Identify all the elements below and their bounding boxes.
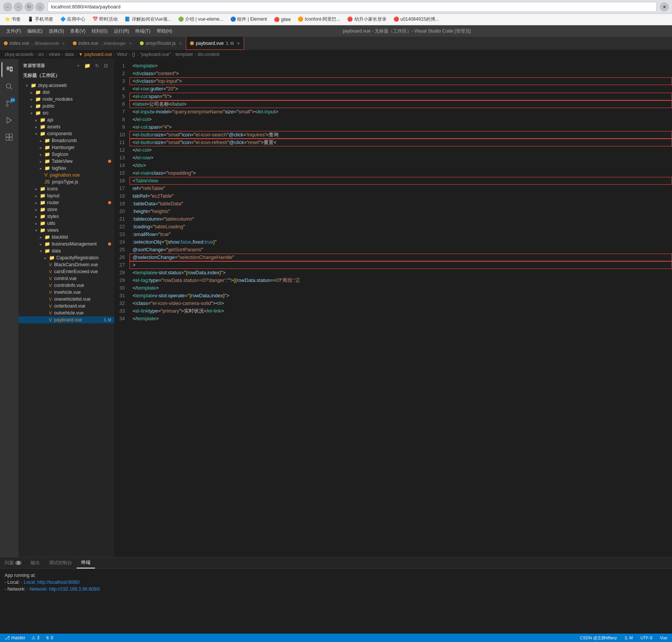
bookmark-vue-elem[interactable]: 🟢 介绍 | vue-eleme...: [177, 15, 225, 23]
bookmark-mobile[interactable]: 📱 手机书签: [26, 15, 54, 23]
bookmark-item[interactable]: ⭐ 书签: [3, 15, 22, 23]
address-text: localhost:8080/#/data/payboard: [51, 4, 120, 10]
back-button[interactable]: ←: [3, 2, 12, 11]
bookmark-event[interactable]: 📅 即时活动: [91, 15, 119, 23]
bookmark-vue[interactable]: 📘 详解如何在Vue项...: [123, 15, 172, 23]
bookmark-user[interactable]: 🔴 u014084915的博...: [392, 15, 441, 23]
bookmark-gitee[interactable]: 🔴 gitee: [272, 16, 292, 23]
address-bar[interactable]: localhost:8080/#/data/payboard: [48, 2, 657, 12]
nav-buttons: ← → ↻ ⌂: [3, 2, 44, 11]
search-browser-button[interactable]: ★: [660, 2, 669, 11]
bookmark-child[interactable]: 🔴 幼升小家长登录: [346, 15, 388, 23]
bookmark-iconfont[interactable]: 🟠 Iconfont-阿里巴...: [296, 15, 342, 23]
bookmark-appcenter[interactable]: 🔷 应用中心: [59, 15, 87, 23]
bookmark-element[interactable]: 🔵 组件 | Element: [229, 15, 269, 23]
reload-button[interactable]: ↻: [25, 2, 34, 11]
home-button[interactable]: ⌂: [35, 2, 44, 11]
forward-button[interactable]: →: [14, 2, 23, 11]
browser-chrome: ← → ↻ ⌂ localhost:8080/#/data/payboard ★: [0, 0, 672, 14]
bookmark-bar: ⭐ 书签 📱 手机书签 🔷 应用中心 📅 即时活动 📘 详解如何在Vue项...…: [0, 14, 672, 25]
